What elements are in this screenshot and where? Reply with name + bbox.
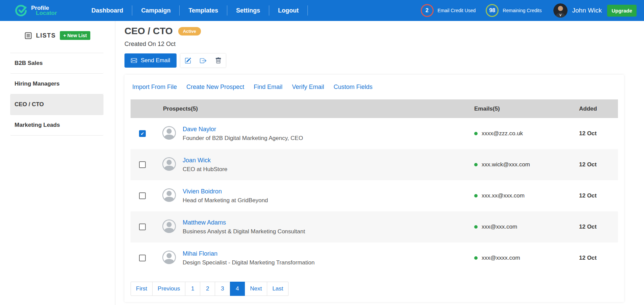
main-nav: Dashboard Campaign Templates Settings Lo… xyxy=(83,5,308,16)
brand[interactable]: Profile Locator xyxy=(14,4,57,17)
prospect-email: xxx.wick@xxx.com xyxy=(482,161,530,168)
col-header-prospects: Prospects(5) xyxy=(154,105,469,112)
row-checkbox[interactable] xyxy=(139,161,146,168)
added-date: 12 Oct xyxy=(571,130,618,137)
pagination-button[interactable]: First xyxy=(131,282,153,296)
email-status-dot xyxy=(474,194,478,197)
table-header: Prospects(5) Emails(5) Added xyxy=(131,99,618,118)
created-on-text: Created On 12 Oct xyxy=(124,41,624,48)
prospect-avatar xyxy=(162,126,176,140)
sidebar-list-item[interactable]: Marketing Leads xyxy=(10,115,104,136)
pagination: First Previous 1 2 3 4 Next Last xyxy=(131,282,618,296)
credits-remaining-badge: 98 xyxy=(486,4,499,17)
tab-link[interactable]: Find Email xyxy=(254,84,282,91)
tab-link[interactable]: Verify Email xyxy=(292,84,324,91)
added-date: 12 Oct xyxy=(571,224,618,230)
prospect-cell: Mihai Florian Design Specialist - Digita… xyxy=(176,250,469,266)
prospect-name-link[interactable]: Joan Wick xyxy=(183,157,211,164)
table-body: Dave Naylor Founder of B2B Digital Marke… xyxy=(131,118,618,274)
page-title: CEO / CTO xyxy=(124,26,173,37)
checkbox-cell xyxy=(131,224,154,230)
trash-icon xyxy=(215,57,222,64)
main-content: CEO / CTO Active Created On 12 Oct Send … xyxy=(115,21,644,305)
brand-logo-icon xyxy=(14,4,28,17)
prospect-cell: Joan Wick CEO at HubStore xyxy=(176,157,469,173)
prospect-cell: Dave Naylor Founder of B2B Digital Marke… xyxy=(176,126,469,142)
brand-name-line2: Locator xyxy=(36,10,57,16)
email-cell: xxx.wick@xxx.com xyxy=(469,161,571,168)
email-cell: xxx@xxx.com xyxy=(469,224,571,230)
nav-link[interactable]: Campaign xyxy=(132,5,180,16)
prospect-name-link[interactable]: Mihai Florian xyxy=(183,250,217,257)
prospect-avatar xyxy=(162,251,176,264)
pagination-button[interactable]: 2 xyxy=(200,282,215,296)
email-cell: xxxx@zzz.co.uk xyxy=(469,130,571,137)
nav-link[interactable]: Logout xyxy=(269,5,308,16)
tab-link[interactable]: Custom Fields xyxy=(334,84,372,91)
col-header-emails: Emails(5) xyxy=(469,105,571,112)
sidebar-list-item[interactable]: B2B Sales xyxy=(10,53,104,74)
added-date: 12 Oct xyxy=(571,255,618,261)
table-row: Joan Wick CEO at HubStore xxx.wick@xxx.c… xyxy=(131,149,618,180)
prospect-avatar xyxy=(162,157,176,171)
envelope-icon xyxy=(131,57,137,64)
credit-used-badge: 2 xyxy=(421,4,434,17)
avatar-cell xyxy=(154,126,176,141)
edit-icon xyxy=(185,57,191,64)
lists-icon xyxy=(25,32,32,39)
email-cell: xxx.xx@xxx.com xyxy=(469,192,571,199)
nav-link[interactable]: Dashboard xyxy=(83,5,132,16)
delete-list-button[interactable] xyxy=(211,53,226,68)
export-list-button[interactable] xyxy=(196,53,211,68)
pagination-button[interactable]: 3 xyxy=(215,282,230,296)
pagination-button[interactable]: Next xyxy=(245,282,267,296)
email-status-dot xyxy=(474,132,478,135)
avatar-cell xyxy=(154,219,176,234)
list-actions: Send Email xyxy=(124,53,624,68)
sidebar-list-item[interactable]: CEO / CTO xyxy=(10,94,104,115)
prospect-name-link[interactable]: Matthew Adams xyxy=(183,219,226,226)
email-status-dot xyxy=(474,163,478,166)
tab-link[interactable]: Import From File xyxy=(132,84,177,91)
email-credit-used: 2 Email Credit Used xyxy=(421,4,476,17)
upgrade-button[interactable]: Upgrade xyxy=(607,5,637,17)
navbar-right: 2 Email Credit Used 98 Remaining Credits… xyxy=(421,3,637,18)
row-checkbox[interactable] xyxy=(139,192,146,199)
prospect-cell: Vivien Boidron Head of Marketing at Grid… xyxy=(176,188,469,204)
new-list-button[interactable]: + New List xyxy=(60,31,90,40)
row-checkbox[interactable] xyxy=(139,224,146,230)
sidebar-list-item[interactable]: Hiring Managers xyxy=(10,74,104,94)
row-checkbox[interactable] xyxy=(139,130,146,137)
prospect-job-title: Head of Marketing at GridBeyond xyxy=(183,197,462,204)
avatar-cell xyxy=(154,251,176,265)
prospect-name-link[interactable]: Dave Naylor xyxy=(183,126,216,133)
remaining-credits: 98 Remaining Credits xyxy=(486,4,542,17)
row-checkbox[interactable] xyxy=(139,255,146,261)
prospect-email: xxxx@zzz.co.uk xyxy=(482,130,523,137)
table-row: Matthew Adams Business Analyst & Digital… xyxy=(131,211,618,242)
pagination-button[interactable]: 4 xyxy=(230,282,245,296)
added-date: 12 Oct xyxy=(571,161,618,168)
nav-link[interactable]: Settings xyxy=(227,5,269,16)
email-status-dot xyxy=(474,225,478,229)
nav-link[interactable]: Templates xyxy=(180,5,227,16)
tab-link[interactable]: Create New Prospect xyxy=(186,84,244,91)
list-icon-actions xyxy=(180,53,226,68)
send-email-label: Send Email xyxy=(141,57,170,64)
send-email-button[interactable]: Send Email xyxy=(124,53,177,68)
export-icon xyxy=(200,57,206,64)
table-row: Dave Naylor Founder of B2B Digital Marke… xyxy=(131,118,618,149)
pagination-button[interactable]: 1 xyxy=(185,282,200,296)
added-date: 12 Oct xyxy=(571,192,618,199)
prospect-name-link[interactable]: Vivien Boidron xyxy=(183,188,222,195)
title-row: CEO / CTO Active xyxy=(124,26,624,37)
pagination-button[interactable]: Previous xyxy=(153,282,185,296)
prospects-card: Import From File Create New Prospect Fin… xyxy=(124,75,624,302)
sidebar: LISTS + New List B2B Sales Hiring Manage… xyxy=(0,21,115,305)
user-avatar[interactable] xyxy=(553,3,568,18)
email-cell: xxx@xxxx.com xyxy=(469,255,571,261)
edit-list-button[interactable] xyxy=(180,53,196,68)
prospect-avatar xyxy=(162,219,176,233)
table-row: Vivien Boidron Head of Marketing at Grid… xyxy=(131,180,618,211)
pagination-button[interactable]: Last xyxy=(267,282,289,296)
